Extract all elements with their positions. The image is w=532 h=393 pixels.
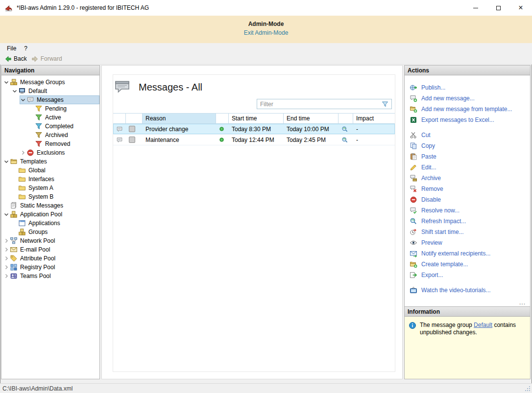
action-shift-start-time[interactable]: Shift start time... [405, 227, 530, 237]
nav-item-network-pool[interactable]: Network Pool [3, 236, 99, 245]
nav-item-messages[interactable]: Messages [20, 95, 99, 104]
funnel-blue-icon [35, 122, 43, 130]
nav-item-default[interactable]: Default [11, 87, 99, 95]
window-title: *IBI-aws Admin 1.29.0 - registered for I… [17, 4, 149, 11]
row-checkbox[interactable] [129, 126, 135, 132]
action-export-messages-to-excel[interactable]: Export messages to Excel... [405, 115, 530, 125]
action-notify-external-recipients[interactable]: Notify external recipients... [405, 248, 530, 259]
action-copy[interactable]: Copy [405, 140, 530, 151]
nav-item-completed[interactable]: Completed [28, 122, 99, 131]
default-group-link[interactable]: Default [474, 322, 492, 328]
menu-file[interactable]: File [3, 44, 20, 53]
nav-toolbar: Back Forward [0, 53, 532, 65]
action-group-3: Watch the video-tutorials... [405, 285, 530, 296]
nav-item-applications[interactable]: Applications [11, 219, 99, 228]
action-watch-the-video-tutorials[interactable]: Watch the video-tutorials... [405, 285, 530, 296]
nav-item-attribute-pool[interactable]: Attribute Pool [3, 254, 99, 263]
actions-overflow[interactable]: ... [519, 299, 526, 306]
action-disable[interactable]: Disable [405, 194, 530, 205]
nav-item-label: Teams Pool [20, 273, 51, 279]
menu-help[interactable]: ? [20, 44, 31, 53]
action-export[interactable]: Export... [405, 270, 530, 280]
action-item-label: Create template... [421, 261, 468, 268]
chevron-collapsed-icon[interactable] [3, 237, 10, 244]
nav-item-application-pool[interactable]: Application Pool [3, 210, 99, 219]
action-refresh-impact[interactable]: Refresh Impact... [405, 216, 530, 227]
nav-item-interfaces[interactable]: Interfaces [11, 175, 99, 184]
action-create-template[interactable]: Create template... [405, 259, 530, 270]
chevron-collapsed-icon[interactable] [3, 264, 10, 271]
nav-item-removed[interactable]: Removed [28, 139, 99, 148]
action-remove[interactable]: Remove [405, 184, 530, 194]
nav-item-groups[interactable]: Groups [11, 228, 99, 236]
action-paste[interactable]: Paste [405, 151, 530, 162]
resize-grip[interactable] [524, 385, 531, 392]
information-text: The message group Default contains unpub… [420, 322, 523, 336]
action-preview[interactable]: Preview [405, 237, 530, 248]
chevron-collapsed-icon[interactable] [20, 149, 26, 156]
exit-admin-mode-link[interactable]: Exit Admin-Mode [244, 29, 289, 36]
action-item-label: Export... [421, 272, 443, 278]
message-row-maintenance[interactable]: MaintenanceToday 12:44 PMToday 2:45 PM- [113, 135, 395, 145]
col-end-time-header[interactable]: End time [284, 114, 339, 123]
action-edit[interactable]: Edit... [405, 162, 530, 173]
back-button[interactable]: Back [4, 55, 27, 63]
forward-button[interactable]: Forward [31, 55, 62, 63]
chevron-spacer [11, 229, 18, 235]
nav-item-active[interactable]: Active [28, 113, 99, 122]
chevron-expanded-icon[interactable] [3, 79, 10, 86]
filter-input[interactable] [257, 99, 381, 109]
chevron-expanded-icon[interactable] [11, 88, 18, 94]
action-add-new-message[interactable]: Add new message... [405, 93, 530, 104]
chevron-expanded-icon[interactable] [3, 158, 10, 165]
chevron-collapsed-icon[interactable] [3, 273, 10, 279]
nav-item-archived[interactable]: Archived [28, 131, 99, 139]
messages-table: ReasonStart timeEnd timeImpactProvider c… [113, 113, 395, 145]
end-time-cell: Today 2:45 PM [284, 135, 339, 145]
nav-item-global[interactable]: Global [11, 166, 99, 175]
col-select-header[interactable] [126, 114, 143, 123]
chevron-collapsed-icon[interactable] [3, 255, 10, 262]
nav-item-pending[interactable]: Pending [28, 104, 99, 113]
chevron-collapsed-icon[interactable] [3, 246, 10, 253]
nav-item-message-groups[interactable]: Message Groups [3, 78, 99, 87]
template-plus-icon [410, 260, 417, 268]
chevron-expanded-icon[interactable] [3, 211, 10, 218]
col-row-icon-header[interactable] [113, 114, 126, 123]
nav-item-system-a[interactable]: System A [11, 184, 99, 192]
chevron-expanded-icon[interactable] [20, 96, 26, 103]
action-group-2: CutCopyPasteEdit...ArchiveRemoveDisableR… [405, 130, 530, 280]
action-publish[interactable]: Publish... [405, 82, 530, 93]
message-row-provider-change[interactable]: Provider changeToday 8:30 PMToday 10:00 … [113, 124, 395, 135]
action-archive[interactable]: Archive [405, 173, 530, 184]
col-reason-header[interactable]: Reason [143, 114, 216, 123]
main-panel: Messages - All ReasonStart timeEnd timeI… [101, 65, 403, 379]
col-start-time-header[interactable]: Start time [229, 114, 284, 123]
disable-circle-icon [410, 196, 417, 204]
row-checkbox[interactable] [129, 137, 135, 143]
col-impact-header[interactable]: Impact [353, 114, 395, 123]
maximize-button[interactable] [487, 0, 509, 16]
funnel-yellow-icon [35, 105, 43, 113]
scissors-icon [410, 131, 417, 139]
action-cut[interactable]: Cut [405, 130, 530, 140]
column-label: Start time [232, 115, 257, 122]
filter-funnel-icon[interactable] [381, 100, 390, 108]
action-add-new-message-from-template[interactable]: Add new message from template... [405, 104, 530, 115]
nav-item-static-messages[interactable]: Static Messages [3, 201, 99, 210]
nav-item-templates[interactable]: Templates [3, 157, 99, 166]
export-arrow-icon [410, 271, 417, 279]
action-resolve-now[interactable]: Resolve now... [405, 205, 530, 216]
nav-item-system-b[interactable]: System B [11, 192, 99, 201]
close-button[interactable]: × [509, 0, 532, 16]
nav-item-registry-pool[interactable]: Registry Pool [3, 263, 99, 272]
col-impact-icon-header[interactable] [339, 114, 353, 123]
minimize-button[interactable] [464, 0, 487, 16]
nav-item-e-mail-pool[interactable]: E-mail Pool [3, 245, 99, 254]
nav-item-teams-pool[interactable]: Teams Pool [3, 272, 99, 280]
tag-icon [10, 254, 18, 262]
page-title: Messages - All [139, 82, 202, 93]
nav-item-exclusions[interactable]: Exclusions [20, 148, 99, 157]
information-text-before: The message group [420, 322, 474, 328]
col-status-header[interactable] [216, 114, 229, 123]
